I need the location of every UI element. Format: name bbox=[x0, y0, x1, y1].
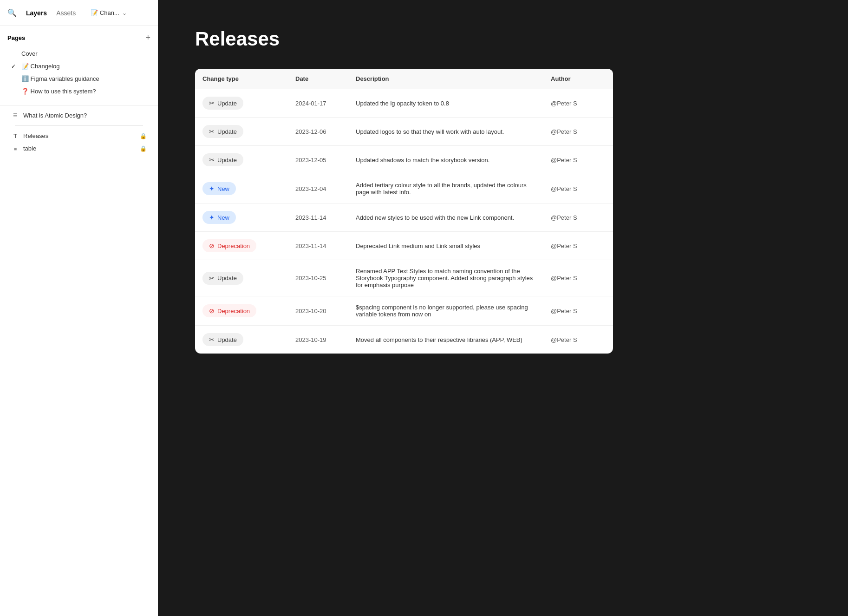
lock-icon-table: 🔒 bbox=[140, 145, 147, 152]
cell-author: @Peter S bbox=[543, 203, 613, 231]
cell-change-type: ✂ Update bbox=[195, 260, 288, 296]
sidebar-header: 🔍 Layers Assets 📝 Chan... ⌄ bbox=[0, 0, 158, 26]
table-row: ✂ Update 2023-10-19 Moved all components… bbox=[195, 326, 613, 354]
cell-change-type: ✂ Update bbox=[195, 89, 288, 117]
check-placeholder-3 bbox=[11, 88, 19, 95]
text-icon: ☰ bbox=[11, 112, 20, 118]
badge-icon: ⊘ bbox=[209, 242, 215, 249]
changelog-text: 📝 Chan... bbox=[91, 9, 119, 16]
layer-item-table[interactable]: ■ table 🔒 bbox=[7, 142, 150, 155]
badge-label: New bbox=[217, 214, 229, 221]
cell-author: @Peter S bbox=[543, 260, 613, 296]
divider bbox=[15, 125, 143, 126]
add-page-button[interactable]: + bbox=[145, 33, 150, 42]
check-placeholder-2 bbox=[11, 76, 19, 82]
badge-update: ✂ Update bbox=[202, 97, 243, 110]
badge-label: Deprecation bbox=[217, 242, 250, 249]
sidebar: 🔍 Layers Assets 📝 Chan... ⌄ Pages + Cove… bbox=[0, 0, 158, 616]
cell-date: 2023-10-20 bbox=[288, 296, 348, 325]
cell-author: @Peter S bbox=[543, 296, 613, 325]
table-row: ✂ Update 2023-12-05 Updated shadows to m… bbox=[195, 146, 613, 174]
pages-section: Pages + Cover ✓ 📝 Changelog ℹ️ Figma var… bbox=[0, 26, 158, 105]
cell-description: Updated the lg opacity token to 0.8 bbox=[348, 89, 543, 117]
badge-label: Update bbox=[217, 157, 237, 164]
cell-author: @Peter S bbox=[543, 89, 613, 117]
cell-date: 2023-11-14 bbox=[288, 232, 348, 260]
badge-icon: ✂ bbox=[209, 99, 215, 107]
layers-section: ☰ What is Atomic Design? T Releases 🔒 ■ … bbox=[0, 105, 158, 616]
search-icon[interactable]: 🔍 bbox=[7, 8, 17, 17]
badge-icon: ✂ bbox=[209, 156, 215, 164]
cell-date: 2023-12-05 bbox=[288, 146, 348, 174]
cell-description: Deprecated Link medium and Link small st… bbox=[348, 232, 543, 260]
cell-description: $spacing component is no longer supporte… bbox=[348, 296, 543, 325]
pages-title: Pages bbox=[7, 34, 25, 41]
frame-icon: ■ bbox=[11, 146, 20, 151]
cell-date: 2024-01-17 bbox=[288, 89, 348, 117]
badge-icon: ⊘ bbox=[209, 307, 215, 315]
tab-assets[interactable]: Assets bbox=[52, 7, 79, 19]
check-icon: ✓ bbox=[11, 63, 19, 70]
badge-update: ✂ Update bbox=[202, 333, 243, 346]
col-header-date: Date bbox=[288, 69, 348, 89]
col-header-description: Description bbox=[348, 69, 543, 89]
table-row: ✂ Update 2023-12-06 Updated logos to so … bbox=[195, 118, 613, 146]
badge-icon: ✂ bbox=[209, 128, 215, 135]
cell-change-type: ✦ New bbox=[195, 174, 288, 203]
cell-change-type: ✦ New bbox=[195, 203, 288, 231]
cell-date: 2023-12-06 bbox=[288, 118, 348, 145]
tab-layers[interactable]: Layers bbox=[22, 7, 51, 19]
layer-label-releases: Releases bbox=[23, 132, 48, 139]
changelog-label[interactable]: 📝 Chan... ⌄ bbox=[91, 9, 127, 16]
cell-description: Added tertiary colour style to all the b… bbox=[348, 174, 543, 203]
layer-item-atomic-design[interactable]: ☰ What is Atomic Design? bbox=[7, 109, 150, 122]
cell-change-type: ✂ Update bbox=[195, 146, 288, 174]
cell-date: 2023-10-25 bbox=[288, 260, 348, 296]
badge-icon: ✦ bbox=[209, 214, 215, 221]
col-header-change-type: Change type bbox=[195, 69, 288, 89]
badge-update: ✂ Update bbox=[202, 125, 243, 138]
cell-description: Updated shadows to match the storybook v… bbox=[348, 146, 543, 174]
page-label-how-to-use: ❓ How to use this system? bbox=[21, 88, 96, 95]
page-item-figma-variables[interactable]: ℹ️ Figma variables guidance bbox=[7, 72, 150, 85]
cell-date: 2023-11-14 bbox=[288, 203, 348, 231]
table-row: ⊘ Deprecation 2023-11-14 Deprecated Link… bbox=[195, 232, 613, 260]
cell-change-type: ⊘ Deprecation bbox=[195, 296, 288, 325]
table-header: Change type Date Description Author bbox=[195, 69, 613, 89]
cell-change-type: ⊘ Deprecation bbox=[195, 232, 288, 260]
page-item-cover[interactable]: Cover bbox=[7, 47, 150, 60]
cell-author: @Peter S bbox=[543, 232, 613, 260]
badge-label: Update bbox=[217, 100, 237, 107]
cell-change-type: ✂ Update bbox=[195, 326, 288, 354]
page-item-how-to-use[interactable]: ❓ How to use this system? bbox=[7, 85, 150, 98]
badge-label: Update bbox=[217, 128, 237, 135]
page-item-changelog[interactable]: ✓ 📝 Changelog bbox=[7, 60, 150, 72]
chevron-down-icon: ⌄ bbox=[122, 10, 127, 16]
page-label-changelog: 📝 Changelog bbox=[21, 63, 60, 70]
table-row: ⊘ Deprecation 2023-10-20 $spacing compon… bbox=[195, 296, 613, 326]
main-content: Releases Change type Date Description Au… bbox=[158, 0, 848, 616]
table-row: ✦ New 2023-12-04 Added tertiary colour s… bbox=[195, 174, 613, 203]
cell-author: @Peter S bbox=[543, 326, 613, 354]
badge-icon: ✂ bbox=[209, 336, 215, 343]
badge-label: Update bbox=[217, 275, 237, 282]
sidebar-nav-tabs: Layers Assets bbox=[22, 7, 79, 19]
badge-icon: ✦ bbox=[209, 185, 215, 192]
cell-author: @Peter S bbox=[543, 146, 613, 174]
badge-deprecation: ⊘ Deprecation bbox=[202, 304, 256, 317]
cell-description: Updated logos to so that they will work … bbox=[348, 118, 543, 145]
cell-description: Renamed APP Text Styles to match naming … bbox=[348, 260, 543, 296]
cell-author: @Peter S bbox=[543, 174, 613, 203]
badge-label: Update bbox=[217, 336, 237, 343]
badge-new: ✦ New bbox=[202, 211, 236, 224]
table-row: ✂ Update 2024-01-17 Updated the lg opaci… bbox=[195, 89, 613, 118]
layer-label-atomic-design: What is Atomic Design? bbox=[23, 112, 87, 119]
cell-description: Added new styles to be used with the new… bbox=[348, 203, 543, 231]
text-layer-icon: T bbox=[11, 132, 20, 139]
cell-description: Moved all components to their respective… bbox=[348, 326, 543, 354]
layer-item-releases[interactable]: T Releases 🔒 bbox=[7, 130, 150, 142]
badge-label: Deprecation bbox=[217, 308, 250, 315]
table-row: ✂ Update 2023-10-25 Renamed APP Text Sty… bbox=[195, 260, 613, 296]
releases-table: Change type Date Description Author ✂ Up… bbox=[195, 69, 613, 354]
cell-change-type: ✂ Update bbox=[195, 118, 288, 145]
